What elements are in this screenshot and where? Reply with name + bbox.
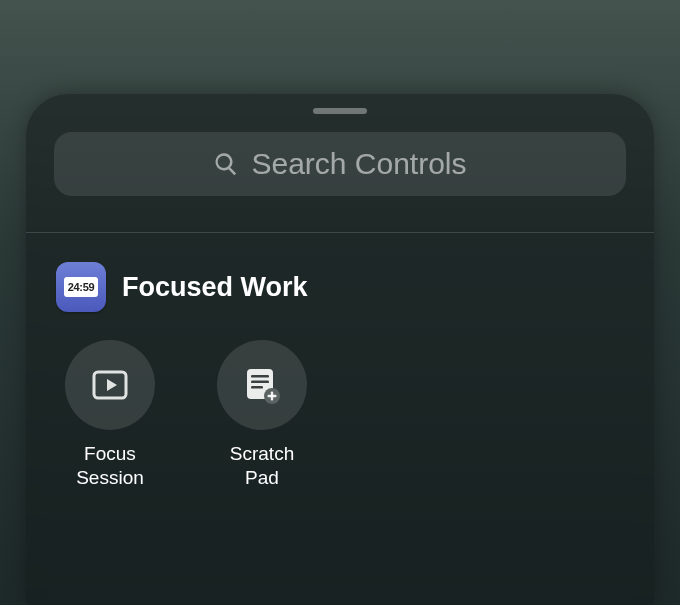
control-button[interactable] xyxy=(65,340,155,430)
svg-rect-8 xyxy=(268,395,277,397)
play-in-frame-icon xyxy=(88,363,132,407)
svg-rect-3 xyxy=(251,375,269,378)
search-field[interactable]: Search Controls xyxy=(54,132,626,196)
app-icon-timer-text: 24:59 xyxy=(64,277,98,297)
note-add-icon xyxy=(239,362,285,408)
control-scratch-pad[interactable]: Scratch Pad xyxy=(212,340,312,490)
control-label: Scratch Pad xyxy=(230,442,294,490)
app-section: 24:59 Focused Work Focus Session xyxy=(56,262,624,490)
section-title: Focused Work xyxy=(122,272,308,303)
controls-gallery-sheet: Search Controls 24:59 Focused Work Focus… xyxy=(26,94,654,605)
app-icon-focused-work: 24:59 xyxy=(56,262,106,312)
divider xyxy=(26,232,654,233)
svg-rect-4 xyxy=(251,381,269,384)
controls-row: Focus Session Scratch Pad xyxy=(56,340,624,490)
sheet-grabber[interactable] xyxy=(313,108,367,114)
section-header: 24:59 Focused Work xyxy=(56,262,624,312)
control-focus-session[interactable]: Focus Session xyxy=(60,340,160,490)
svg-marker-1 xyxy=(107,379,117,391)
control-button[interactable] xyxy=(217,340,307,430)
control-label: Focus Session xyxy=(76,442,144,490)
search-icon xyxy=(213,151,239,177)
search-placeholder: Search Controls xyxy=(251,147,466,181)
svg-rect-5 xyxy=(251,386,263,389)
